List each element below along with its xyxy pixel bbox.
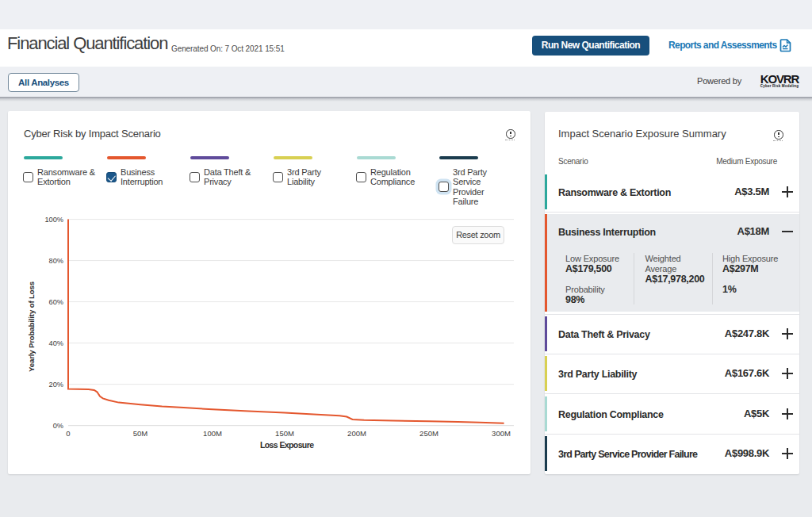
svg-text:150M: 150M <box>275 429 294 438</box>
svg-text:Yearly Probability of Loss: Yearly Probability of Loss <box>27 281 36 372</box>
svg-text:80%: 80% <box>49 257 63 265</box>
svg-text:40%: 40% <box>49 339 63 347</box>
svg-text:250M: 250M <box>419 429 439 438</box>
svg-text:0: 0 <box>66 429 70 438</box>
svg-text:100%: 100% <box>45 216 64 224</box>
svg-text:60%: 60% <box>49 298 63 306</box>
svg-text:100M: 100M <box>203 429 222 438</box>
svg-text:Loss Exposure: Loss Exposure <box>260 440 314 450</box>
svg-text:0%: 0% <box>53 422 63 430</box>
svg-text:200M: 200M <box>347 429 366 438</box>
svg-text:50M: 50M <box>133 429 148 438</box>
svg-text:20%: 20% <box>49 381 63 389</box>
svg-text:300M: 300M <box>492 429 511 438</box>
